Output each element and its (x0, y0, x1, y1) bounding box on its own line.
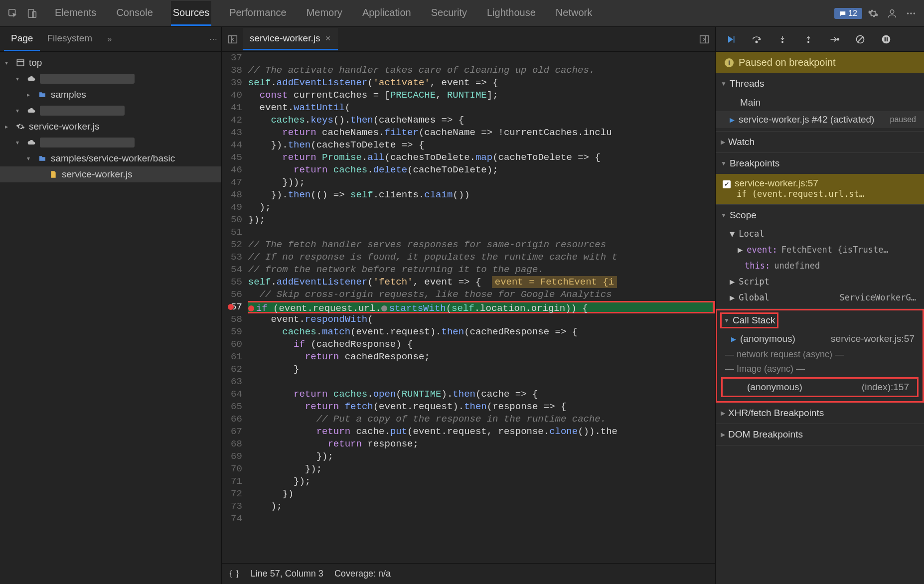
code-line[interactable]: ); (248, 500, 715, 513)
stack-frame[interactable]: ▶(anonymous)service-worker.js:57 (717, 330, 923, 347)
device-toggle-icon[interactable] (24, 5, 40, 21)
code-line[interactable]: return cacheNames.filter(cacheName => !c… (248, 127, 715, 139)
scope-local[interactable]: ▼ Local (716, 226, 924, 242)
scope-header[interactable]: ▼Scope (716, 205, 924, 226)
code-line[interactable]: } (248, 363, 715, 376)
resume-icon[interactable] (725, 33, 737, 45)
code-line[interactable] (248, 226, 715, 239)
code-line[interactable]: self.addEventListener('activate', event … (248, 77, 715, 89)
code-line[interactable]: // Put a copy of the response in the run… (248, 413, 715, 426)
code-line[interactable]: caches.match(event.request).then(cachedR… (248, 326, 715, 338)
account-icon[interactable] (884, 5, 900, 21)
code-line[interactable]: }).then(cachesToDelete => { (248, 139, 715, 151)
code-line[interactable]: return cache.put(event.request, response… (248, 426, 715, 438)
code-line[interactable]: }); (248, 463, 715, 475)
tree-item[interactable]: ▾ (0, 71, 221, 87)
code-line[interactable] (248, 376, 715, 388)
file-tab[interactable]: service-worker.js × (243, 28, 338, 50)
thread-item[interactable]: Main (716, 94, 924, 111)
tree-item[interactable]: ▾ (0, 135, 221, 150)
code-line[interactable]: const currentCaches = [PRECACHE, RUNTIME… (248, 89, 715, 102)
async-separator: network request (async) (717, 347, 923, 362)
more-tabs-icon[interactable]: » (103, 35, 116, 44)
tree-item[interactable]: ▾samples/service-worker/basic (0, 150, 221, 166)
pretty-print-icon[interactable]: { } (229, 569, 240, 579)
scope-global[interactable]: ▶ GlobalServiceWorkerG… (716, 290, 924, 305)
file-tree[interactable]: ▾top▾▸samples▾▸service-worker.js▾▾sample… (0, 52, 221, 584)
navigator-more-icon[interactable]: ⋯ (209, 34, 217, 44)
step-out-icon[interactable] (802, 33, 814, 45)
deactivate-breakpoints-icon[interactable] (854, 33, 866, 45)
code-editor[interactable]: 3738394041424344454647484950515253545556… (222, 52, 715, 563)
close-tab-icon[interactable]: × (325, 33, 330, 44)
navigator-tab-filesystem[interactable]: Filesystem (40, 27, 99, 51)
thread-item[interactable]: ▶service-worker.js #42 (activated)paused (716, 111, 924, 128)
tab-network[interactable]: Network (554, 1, 594, 26)
step-icon[interactable] (828, 33, 840, 45)
code-line[interactable]: ); (248, 201, 715, 214)
settings-icon[interactable] (865, 5, 881, 21)
code-line[interactable]: // If no response is found, it populates… (248, 251, 715, 264)
code-line[interactable]: }); (248, 475, 715, 488)
issues-badge[interactable]: 12 (834, 8, 862, 19)
code-line[interactable]: if (event.request.url.startsWith(self.lo… (248, 301, 715, 313)
tab-elements[interactable]: Elements (53, 1, 98, 26)
navigator-tab-page[interactable]: Page (4, 27, 40, 51)
tree-item[interactable]: ▾top (0, 55, 221, 71)
tab-lighthouse[interactable]: Lighthouse (485, 1, 538, 26)
code-line[interactable]: }); (248, 214, 715, 226)
code-line[interactable]: }); (248, 450, 715, 463)
code-line[interactable] (248, 513, 715, 525)
callstack-header[interactable]: ▼Call Stack (720, 312, 778, 328)
threads-header[interactable]: ▼Threads (716, 73, 924, 94)
toggle-debugger-icon[interactable] (697, 32, 711, 46)
tab-performance[interactable]: Performance (227, 1, 289, 26)
code-line[interactable]: self.addEventListener('fetch', event => … (248, 276, 715, 289)
breakpoints-header[interactable]: ▼Breakpoints (716, 153, 924, 174)
tab-memory[interactable]: Memory (305, 1, 344, 26)
step-over-icon[interactable] (751, 33, 763, 45)
code-line[interactable]: }) (248, 488, 715, 500)
more-icon[interactable] (903, 5, 919, 21)
code-line[interactable]: return fetch(event.request).then(respons… (248, 401, 715, 413)
code-line[interactable]: caches.keys().then(cacheNames => { (248, 114, 715, 127)
watch-header[interactable]: ▶Watch (716, 132, 924, 152)
stack-frame[interactable]: (anonymous)(index):157 (721, 377, 919, 397)
xhr-breakpoints-header[interactable]: ▶XHR/fetch Breakpoints (716, 403, 924, 424)
inspect-icon[interactable] (5, 5, 21, 21)
code-line[interactable]: // The fetch handler serves responses fo… (248, 239, 715, 251)
tree-item[interactable]: ▸service-worker.js (0, 119, 221, 135)
tab-console[interactable]: Console (114, 1, 154, 26)
tab-security[interactable]: Security (429, 1, 469, 26)
breakpoint-item[interactable]: ✓service-worker.js:57 if (event.request.… (716, 174, 924, 204)
devtools-topbar: ElementsConsoleSourcesPerformanceMemoryA… (0, 0, 924, 27)
svg-point-16 (807, 41, 809, 43)
code-line[interactable]: event.respondWith( (248, 313, 715, 326)
tree-item[interactable]: service-worker.js (0, 166, 221, 182)
code-line[interactable] (248, 52, 715, 64)
code-line[interactable]: // The activate handler takes care of cl… (248, 64, 715, 77)
code-line[interactable]: }).then(() => self.clients.claim()) (248, 189, 715, 201)
code-line[interactable]: event.waitUntil( (248, 102, 715, 114)
code-line[interactable]: return caches.open(RUNTIME).then(cache =… (248, 388, 715, 401)
step-into-icon[interactable] (776, 33, 788, 45)
code-line[interactable]: return cachedResponse; (248, 351, 715, 363)
tree-item[interactable]: ▾ (0, 103, 221, 119)
tree-item[interactable]: ▸samples (0, 87, 221, 103)
dom-breakpoints-header[interactable]: ▶DOM Breakpoints (716, 424, 924, 445)
code-line[interactable]: return response; (248, 438, 715, 450)
svg-point-5 (910, 12, 912, 14)
tab-sources[interactable]: Sources (171, 1, 211, 26)
scope-var-event[interactable]: ▶ event: FetchEvent {isTruste… (716, 242, 924, 258)
code-line[interactable]: // Skip cross-origin requests, like thos… (248, 289, 715, 301)
breakpoint-checkbox[interactable]: ✓ (723, 180, 731, 188)
code-line[interactable]: return Promise.all(cachesToDelete.map(ca… (248, 151, 715, 164)
tab-application[interactable]: Application (360, 1, 413, 26)
code-line[interactable]: })); (248, 176, 715, 189)
code-line[interactable]: // from the network before returning it … (248, 264, 715, 276)
scope-script[interactable]: ▶ Script (716, 274, 924, 290)
code-line[interactable]: return caches.delete(cacheToDelete); (248, 164, 715, 176)
pause-exceptions-icon[interactable] (880, 33, 892, 45)
toggle-navigator-icon[interactable] (226, 32, 240, 46)
code-line[interactable]: if (cachedResponse) { (248, 338, 715, 351)
